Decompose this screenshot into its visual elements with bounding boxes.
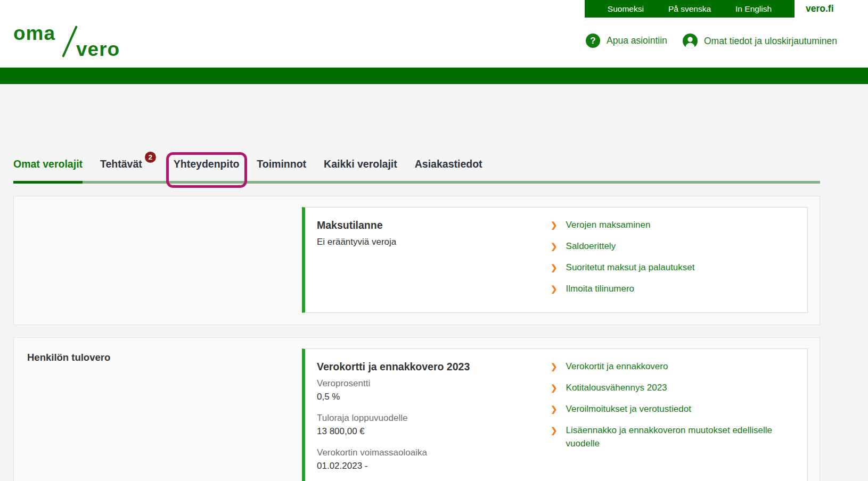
card-link[interactable]: ❯ Veroilmoitukset ja verotustiedot [551, 402, 797, 416]
section-maksutilanne: Maksutilanne Ei erääntyviä veroja ❯ Vero… [13, 196, 820, 325]
main-content: Maksutilanne Ei erääntyviä veroja ❯ Vero… [0, 196, 868, 481]
chevron-right-icon: ❯ [551, 381, 558, 394]
card-link[interactable]: ❯ Saldoerittely [551, 239, 797, 253]
card-link-label: Verojen maksaminen [566, 218, 651, 231]
help-label: Apua asiointiin [607, 35, 667, 46]
language-link[interactable]: På svenska [668, 4, 711, 14]
tab-asiakastiedot[interactable]: Asiakastiedot [415, 157, 482, 181]
card-link-label: Saldoerittely [566, 239, 616, 253]
language-bar: SuomeksiPå svenskaIn English [585, 0, 795, 18]
card-link[interactable]: ❯ Suoritetut maksut ja palautukset [551, 261, 797, 274]
card-content: Verokortti ja ennakkovero 2023 Veroprose… [317, 358, 551, 481]
tab-yhteydenpito[interactable]: Yhteydenpito [174, 157, 240, 181]
card-field: Verokortin voimassaoloaika 01.02.2023 - [317, 446, 551, 472]
card-links: ❯ Verokortit ja ennakkovero ❯ Kotitalous… [551, 358, 797, 481]
logo-slash [62, 26, 78, 57]
field-label: Verokortin voimassaoloaika [317, 446, 551, 459]
card-field: Tuloraja loppuvuodelle 13 800,00 € [317, 411, 551, 438]
card-link-label: Kotitalousvähennys 2023 [566, 381, 667, 394]
tab-label-tehtavat: Tehtävät [100, 158, 142, 170]
card-content: Maksutilanne Ei erääntyviä veroja [317, 217, 551, 303]
field-label: Veroprosentti [317, 377, 551, 390]
chevron-right-icon: ❯ [551, 282, 558, 295]
chevron-right-icon: ❯ [551, 261, 558, 274]
field-value: 13 800,00 € [317, 425, 551, 438]
language-link[interactable]: In English [735, 4, 772, 14]
card-link-label: Ilmoita tilinumero [566, 282, 635, 295]
help-link[interactable]: ? Apua asiointiin [586, 34, 667, 48]
tab-label-toiminnot: Toiminnot [257, 158, 306, 170]
tab-toiminnot[interactable]: Toiminnot [257, 157, 306, 181]
logo-text-vero: vero [76, 38, 120, 61]
card-link[interactable]: ❯ Ilmoita tilinumero [551, 282, 797, 295]
user-icon [683, 34, 698, 48]
tab-label-asiakastiedot: Asiakastiedot [415, 158, 482, 170]
notification-badge: 2 [145, 152, 156, 163]
tab-bar: Omat verolajitTehtävät2YhteydenpitoToimi… [13, 157, 820, 184]
field-value: 0,5 % [317, 390, 551, 403]
card-links: ❯ Verojen maksaminen ❯ Saldoerittely ❯ S… [551, 217, 797, 303]
field-value: 01.02.2023 - [317, 459, 551, 472]
card-link-label: Suoritetut maksut ja palautukset [566, 261, 695, 274]
tabs-nav: Omat verolajitTehtävät2YhteydenpitoToimi… [13, 157, 820, 184]
tab-omat-verolajit[interactable]: Omat verolajit [13, 157, 83, 181]
chevron-right-icon: ❯ [551, 218, 558, 231]
account-link[interactable]: Omat tiedot ja uloskirjautuminen [683, 34, 837, 48]
card-link-label: Verokortit ja ennakkovero [566, 360, 668, 373]
page-header: SuomeksiPå svenskaIn English vero.fi oma… [0, 0, 868, 84]
card-link[interactable]: ❯ Kotitalousvähennys 2023 [551, 381, 797, 394]
card-field: Veroprosentti 0,5 % [317, 377, 551, 403]
language-link[interactable]: Suomeksi [608, 4, 644, 14]
chevron-right-icon: ❯ [551, 402, 558, 416]
tab-kaikki-verolajit[interactable]: Kaikki verolajit [324, 157, 397, 181]
card-link-label: Lisäennakko ja ennakkoveron muutokset ed… [566, 424, 797, 450]
card-link[interactable]: ❯ Verokortit ja ennakkovero [551, 360, 797, 373]
tab-label-yhteydenpito: Yhteydenpito [174, 158, 240, 170]
card-title: Maksutilanne [317, 218, 551, 232]
card-link[interactable]: ❯ Lisäennakko ja ennakkoveron muutokset … [551, 424, 797, 450]
card-fields: Veroprosentti 0,5 % Tuloraja loppuvuodel… [317, 377, 551, 472]
card-link-label: Veroilmoitukset ja verotustiedot [566, 402, 691, 416]
account-label: Omat tiedot ja uloskirjautuminen [704, 36, 837, 47]
verofi-link[interactable]: vero.fi [806, 0, 834, 18]
card: Verokortti ja ennakkovero 2023 Veroprose… [302, 349, 808, 481]
help-icon: ? [586, 34, 600, 48]
tab-label-omat-verolajit: Omat verolajit [13, 158, 83, 170]
card-link[interactable]: ❯ Verojen maksaminen [551, 218, 797, 231]
card-title: Verokortti ja ennakkovero 2023 [317, 360, 551, 374]
section-title: Henkilön tulovero [14, 338, 302, 481]
chevron-right-icon: ❯ [551, 239, 558, 253]
header-green-band [0, 68, 868, 84]
omavero-logo[interactable]: oma vero [13, 22, 120, 62]
section-title [14, 196, 302, 325]
section-henkilon-tulovero: Henkilön tulovero Verokortti ja ennakkov… [13, 337, 820, 481]
logo-text-oma: oma [13, 22, 55, 45]
tab-label-kaikki-verolajit: Kaikki verolajit [324, 158, 397, 170]
field-label: Tuloraja loppuvuodelle [317, 411, 551, 425]
chevron-right-icon: ❯ [551, 360, 558, 373]
chevron-right-icon: ❯ [551, 424, 558, 450]
card: Maksutilanne Ei erääntyviä veroja ❯ Vero… [302, 207, 808, 313]
card-subtitle: Ei erääntyviä veroja [317, 235, 551, 248]
tab-tehtavat[interactable]: Tehtävät2 [100, 157, 142, 181]
